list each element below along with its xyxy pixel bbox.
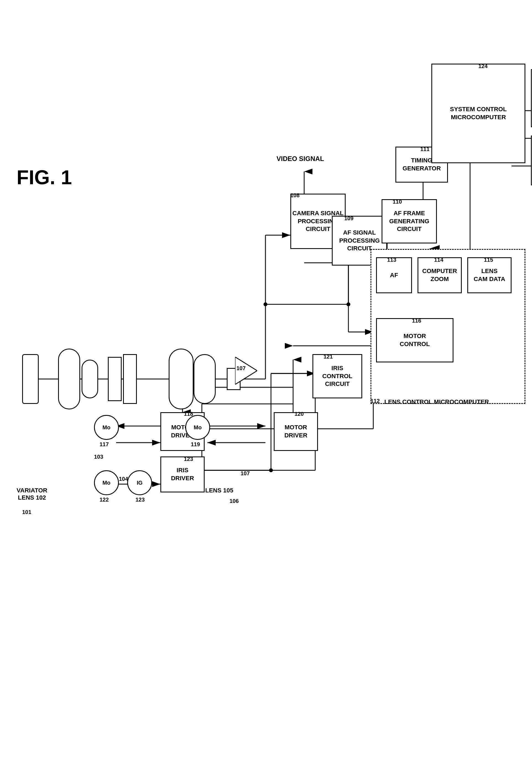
figure-title: FIG. 1 [17, 166, 72, 189]
focusing-lens-shape [169, 349, 193, 409]
ref-123: 123 [184, 456, 193, 462]
motor-variator-circle: Mo [94, 415, 119, 440]
ref-104: 104 [119, 476, 128, 482]
af-frame-box: AF FRAMEGENERATINGCIRCUIT [382, 199, 437, 243]
motor-control-block: MOTORCONTROL [376, 318, 453, 362]
motor-driver-focus-box: MOTORDRIVER [274, 412, 318, 451]
diagram-container: FIG. 1 VIDEO SIGNAL VARIATORLENS 102 FOC… [0, 0, 532, 758]
lens-control-label: LENS CONTROL MICROCOMPUTER [384, 398, 489, 405]
ref-122: 122 [100, 497, 109, 503]
video-signal-label: VIDEO SIGNAL [277, 155, 324, 163]
ref-109: 109 [344, 215, 353, 222]
ref-121: 121 [323, 354, 333, 360]
ref-117: 117 [100, 441, 109, 448]
ref-103: 103 [94, 454, 103, 460]
variator-lens-shape [58, 349, 80, 409]
zoom-switch-box: ZOOMSWITCH UNIT [531, 136, 532, 185]
ref-115: 115 [484, 257, 493, 263]
ref-119: 119 [191, 441, 200, 448]
iris-driver-box: IRISDRIVER [160, 457, 205, 493]
ref-114: 114 [434, 257, 443, 263]
ref-124: 124 [478, 63, 487, 69]
ref-107: 107 [241, 470, 250, 477]
motor-focus-circle: Mo [185, 415, 210, 440]
focusing-lens-shape2 [193, 354, 216, 404]
ref-107-label: 107 [236, 365, 246, 371]
fixed-lens-shape [108, 357, 122, 401]
motor-iris-circle: Mo [94, 470, 119, 495]
iris-control-box: IRISCONTROLCIRCUIT [313, 354, 362, 398]
ref-108: 108 [290, 192, 299, 199]
ref-111: 111 [420, 146, 429, 153]
system-control-box: SYSTEM CONTROLMICROCOMPUTER [431, 64, 525, 163]
ref-120: 120 [294, 411, 304, 417]
svg-point-46 [347, 302, 350, 306]
ref-123-ig: 123 [136, 497, 145, 503]
variator-lens-label: VARIATORLENS 102 [17, 487, 47, 501]
ref-113: 113 [387, 257, 396, 263]
lens-element-1 [22, 354, 39, 404]
svg-point-43 [263, 302, 267, 306]
ref-116: 116 [412, 318, 421, 324]
variator-lens-shape2 [82, 360, 98, 398]
ref-106: 106 [229, 498, 239, 504]
ref-110: 110 [393, 199, 402, 205]
ig-iris-circle: IG [127, 470, 152, 495]
af-mf-switch-box: AF/MFSELECTINGSWITCH UNIT [531, 69, 532, 127]
svg-point-41 [269, 468, 273, 472]
ref-101: 101 [22, 509, 31, 515]
fixed-lens-shape2 [123, 354, 137, 404]
ref-112: 112 [371, 398, 380, 404]
